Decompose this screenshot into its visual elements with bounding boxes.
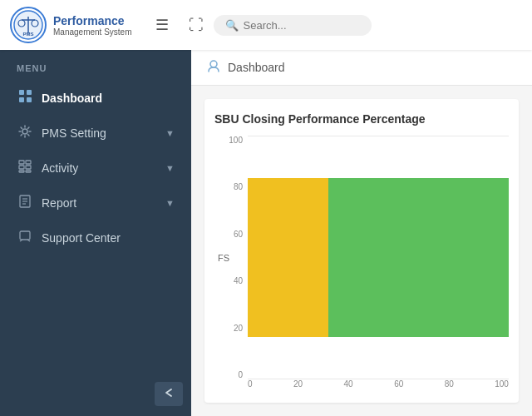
- logo-subtitle: Management System: [53, 27, 132, 37]
- settings-icon: [17, 125, 33, 141]
- header-icons: ☰ ⛶: [152, 12, 207, 37]
- activity-icon: [17, 160, 33, 176]
- chart-area: 100 80 60 40 20 0: [214, 136, 509, 396]
- sidebar-bottom: [0, 372, 191, 416]
- svg-rect-13: [19, 166, 24, 169]
- sidebar-label-pms-setting: PMS Setting: [42, 126, 157, 140]
- y-label-60: 60: [234, 230, 243, 239]
- breadcrumb-text: Dashboard: [228, 61, 285, 74]
- expand-button[interactable]: ⛶: [185, 13, 207, 37]
- y-label-40: 40: [234, 276, 243, 285]
- bar-green: [328, 178, 509, 336]
- svg-point-10: [22, 129, 27, 134]
- bars-area: FS: [248, 136, 509, 379]
- header: PMS Performance Management System ☰ ⛶ 🔍: [0, 0, 532, 50]
- sidebar-label-support: Support Center: [42, 231, 175, 245]
- chart-card: SBU Closing Performance Percentage 100 8…: [204, 99, 519, 403]
- breadcrumb: Dashboard: [191, 50, 532, 86]
- chevron-report-icon: ▼: [165, 198, 175, 208]
- sidebar-collapse-button[interactable]: [155, 382, 183, 406]
- search-input[interactable]: [244, 19, 360, 32]
- sidebar-item-dashboard[interactable]: Dashboard: [0, 80, 191, 116]
- svg-rect-21: [20, 231, 30, 240]
- chevron-activity-icon: ▼: [165, 163, 175, 173]
- logo-area: PMS Performance Management System: [10, 7, 132, 43]
- y-axis: 100 80 60 40 20 0: [214, 136, 248, 396]
- svg-rect-12: [26, 161, 31, 164]
- svg-text:PMS: PMS: [22, 32, 33, 37]
- body-wrap: MENU Dashboard PMS Setting ▼: [0, 50, 532, 416]
- sidebar-label-activity: Activity: [42, 161, 157, 175]
- report-icon: [17, 195, 33, 211]
- y-label-20: 20: [234, 324, 243, 333]
- svg-rect-9: [27, 97, 32, 102]
- x-label-40: 40: [344, 379, 353, 389]
- logo-text: Performance Management System: [53, 14, 132, 37]
- sidebar-item-report[interactable]: Report ▼: [0, 186, 191, 220]
- y-label-0: 0: [238, 370, 243, 379]
- x-label-0: 0: [248, 379, 253, 389]
- sidebar-label-dashboard: Dashboard: [42, 92, 175, 105]
- main-content: Dashboard SBU Closing Performance Percen…: [191, 50, 532, 416]
- search-bar: 🔍: [214, 15, 372, 36]
- breadcrumb-icon: [206, 58, 221, 77]
- svg-rect-7: [27, 90, 32, 95]
- logo-icon: PMS: [10, 7, 47, 43]
- svg-rect-11: [19, 161, 24, 164]
- chart-title: SBU Closing Performance Percentage: [214, 112, 509, 126]
- search-icon: 🔍: [225, 19, 239, 32]
- sidebar: MENU Dashboard PMS Setting ▼: [0, 50, 191, 416]
- x-axis: 0 20 40 60 80 100: [248, 379, 509, 396]
- svg-rect-15: [19, 171, 24, 172]
- bar-yellow: [248, 178, 328, 336]
- svg-rect-6: [19, 90, 24, 95]
- x-label-100: 100: [495, 379, 509, 389]
- logo-title: Performance: [53, 14, 132, 27]
- svg-rect-14: [26, 166, 31, 169]
- menu-toggle-button[interactable]: ☰: [152, 12, 172, 37]
- chart-plot: FS 0 20 40 60 80: [248, 136, 509, 396]
- x-label-20: 20: [293, 379, 303, 389]
- support-icon: [17, 230, 33, 246]
- sidebar-item-activity[interactable]: Activity ▼: [0, 151, 191, 186]
- sidebar-item-pms-setting[interactable]: PMS Setting ▼: [0, 116, 191, 151]
- y-label-80: 80: [234, 182, 243, 191]
- svg-rect-8: [19, 97, 24, 102]
- sidebar-label-report: Report: [42, 196, 157, 210]
- x-label-80: 80: [445, 379, 454, 389]
- dashboard-icon: [17, 89, 33, 106]
- x-label-60: 60: [394, 379, 403, 389]
- sidebar-item-support[interactable]: Support Center: [0, 220, 191, 255]
- bar-row-fs: FS: [248, 136, 509, 379]
- chevron-pms-icon: ▼: [165, 128, 175, 138]
- bar-row-label: FS: [218, 253, 229, 263]
- svg-rect-16: [26, 171, 31, 172]
- y-label-100: 100: [229, 136, 243, 145]
- svg-point-24: [210, 61, 217, 67]
- menu-label: MENU: [0, 63, 191, 80]
- bars-group: [248, 178, 509, 336]
